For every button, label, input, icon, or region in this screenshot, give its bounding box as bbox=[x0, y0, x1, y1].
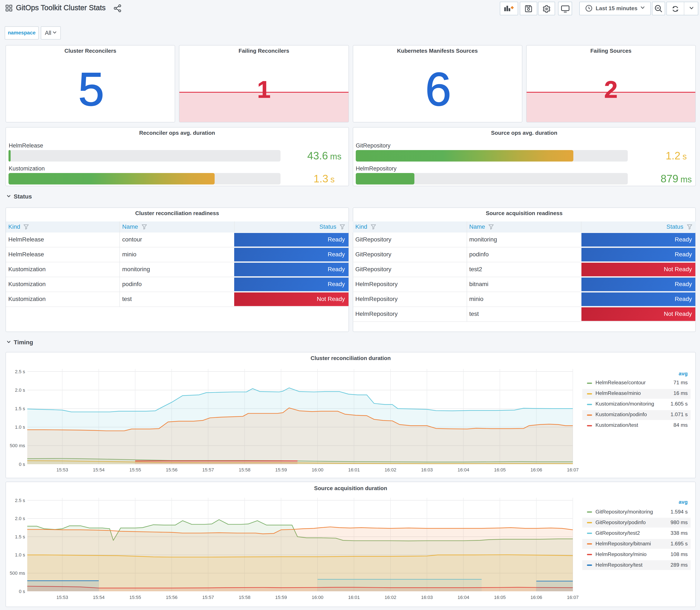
svg-text:16:03: 16:03 bbox=[421, 595, 433, 600]
svg-text:16:05: 16:05 bbox=[494, 595, 506, 600]
svg-text:1.0 s: 1.0 s bbox=[15, 552, 25, 558]
svg-text:15:53: 15:53 bbox=[56, 595, 68, 600]
svg-text:16:01: 16:01 bbox=[348, 467, 360, 472]
svg-text:500 ms: 500 ms bbox=[10, 443, 25, 448]
svg-text:15:59: 15:59 bbox=[275, 467, 287, 472]
svg-text:2.5 s: 2.5 s bbox=[15, 369, 25, 374]
svg-text:1.5 s: 1.5 s bbox=[15, 534, 25, 540]
svg-text:15:55: 15:55 bbox=[129, 467, 141, 472]
svg-text:16:03: 16:03 bbox=[421, 467, 433, 472]
svg-text:2.0 s: 2.0 s bbox=[15, 516, 25, 521]
svg-text:15:58: 15:58 bbox=[239, 467, 250, 472]
svg-text:15:53: 15:53 bbox=[56, 467, 68, 472]
svg-text:16:07: 16:07 bbox=[567, 467, 579, 472]
svg-text:16:00: 16:00 bbox=[312, 595, 323, 600]
svg-text:16:05: 16:05 bbox=[494, 467, 506, 472]
svg-text:15:56: 15:56 bbox=[166, 467, 177, 472]
svg-text:0 s: 0 s bbox=[19, 462, 25, 467]
svg-text:16:04: 16:04 bbox=[457, 467, 469, 472]
svg-text:2.5 s: 2.5 s bbox=[15, 498, 25, 503]
svg-text:16:07: 16:07 bbox=[567, 595, 579, 600]
svg-text:15:57: 15:57 bbox=[202, 595, 214, 600]
svg-text:16:02: 16:02 bbox=[385, 467, 396, 472]
svg-text:0 s: 0 s bbox=[19, 589, 25, 594]
svg-text:15:56: 15:56 bbox=[166, 595, 177, 600]
svg-text:15:54: 15:54 bbox=[93, 467, 104, 472]
svg-text:16:01: 16:01 bbox=[348, 595, 360, 600]
svg-text:2.0 s: 2.0 s bbox=[15, 387, 25, 393]
svg-text:1.0 s: 1.0 s bbox=[15, 424, 25, 430]
svg-text:15:57: 15:57 bbox=[202, 467, 214, 472]
svg-text:16:04: 16:04 bbox=[457, 595, 469, 600]
svg-text:16:02: 16:02 bbox=[385, 595, 396, 600]
svg-text:15:54: 15:54 bbox=[93, 595, 104, 600]
svg-text:16:06: 16:06 bbox=[531, 595, 542, 600]
svg-text:500 ms: 500 ms bbox=[10, 571, 25, 576]
svg-text:15:58: 15:58 bbox=[239, 595, 250, 600]
svg-text:15:59: 15:59 bbox=[275, 595, 287, 600]
svg-text:16:00: 16:00 bbox=[312, 467, 323, 472]
svg-text:15:55: 15:55 bbox=[129, 595, 141, 600]
svg-text:16:06: 16:06 bbox=[531, 467, 542, 472]
svg-text:1.5 s: 1.5 s bbox=[15, 406, 25, 411]
